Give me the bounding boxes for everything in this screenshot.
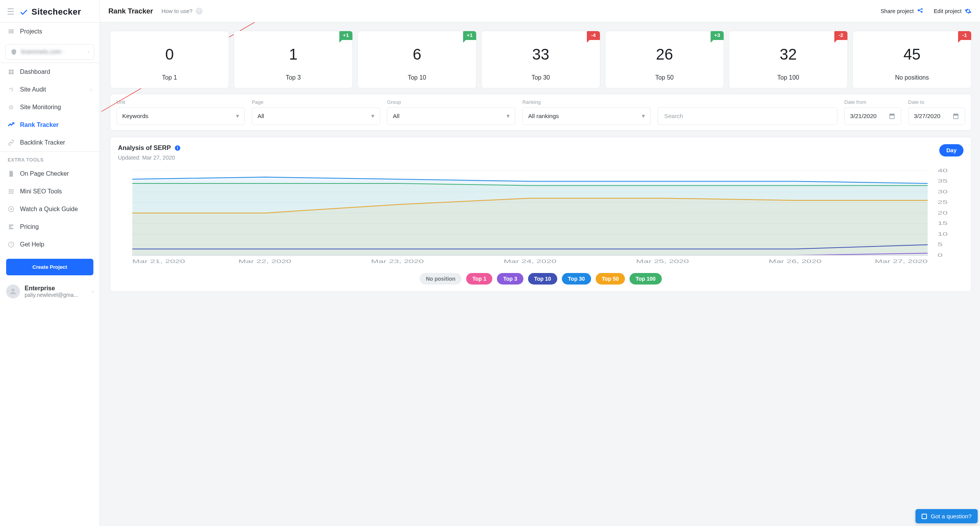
user-plan: Enterprise xyxy=(25,285,78,292)
topbar: Rank Tracker How to use? ? Share project… xyxy=(100,0,980,22)
kpi-card[interactable]: 0Top 1 xyxy=(110,31,229,88)
kpi-value: 33 xyxy=(485,46,596,63)
legend-chip[interactable]: Top 3 xyxy=(497,273,523,285)
sidebar-item-label: Rank Tracker xyxy=(20,122,59,128)
legend-chip[interactable]: Top 50 xyxy=(596,273,625,285)
kpi-delta-badge: +1 xyxy=(339,31,352,40)
filter-ranking-value: All rankings xyxy=(528,113,559,120)
kpi-card[interactable]: -433Top 30 xyxy=(481,31,600,88)
price-icon xyxy=(8,223,15,230)
kpi-delta-badge: +3 xyxy=(711,31,724,40)
legend-chip[interactable]: Top 1 xyxy=(466,273,492,285)
search-input[interactable] xyxy=(663,112,832,120)
filter-unit-select[interactable]: Keywords ▾ xyxy=(116,107,245,125)
svg-text:Mar 26, 2020: Mar 26, 2020 xyxy=(769,259,821,264)
gear-icon xyxy=(965,8,972,15)
date-to-value: 3/27/2020 xyxy=(914,113,940,120)
filter-group-label: Group xyxy=(387,99,515,105)
share-label: Share project xyxy=(880,8,914,14)
play-icon xyxy=(8,206,15,213)
chart-title-row: Analysis of SERP i xyxy=(118,144,180,151)
rank-icon xyxy=(8,122,15,128)
kpi-value: 1 xyxy=(238,46,349,63)
chat-widget[interactable]: Got a question? xyxy=(915,509,978,523)
sidebar-section-label: EXTRA TOOLS xyxy=(0,152,100,165)
kpi-value: 26 xyxy=(609,46,720,63)
chart-updated: Updated: Mar 27, 2020 xyxy=(118,155,180,161)
edit-project-button[interactable]: Edit project xyxy=(933,8,972,15)
legend-chip[interactable]: Top 30 xyxy=(562,273,591,285)
chevron-down-icon: ▾ xyxy=(507,113,510,120)
kpi-card[interactable]: +326Top 50 xyxy=(605,31,724,88)
sidebar-item-pricing[interactable]: Pricing xyxy=(0,218,100,236)
svg-text:Mar 24, 2020: Mar 24, 2020 xyxy=(503,259,556,264)
date-from-picker[interactable]: 3/21/2020 xyxy=(844,107,901,125)
chevron-left-icon: ‹ xyxy=(88,49,89,55)
sidebar-item-site-monitoring[interactable]: Site Monitoring xyxy=(0,98,100,116)
kpi-label: No positions xyxy=(857,74,967,81)
svg-text:5: 5 xyxy=(938,242,943,247)
create-project-button[interactable]: Create Project xyxy=(6,259,93,275)
chart-plot: 0510152025303540Mar 21, 2020Mar 22, 2020… xyxy=(118,167,963,267)
monitoring-icon xyxy=(8,104,15,111)
brand[interactable]: Sitechecker xyxy=(19,7,81,17)
svg-text:25: 25 xyxy=(938,200,948,205)
kpi-cards-row: 0Top 1+11Top 3+16Top 10-433Top 30+326Top… xyxy=(110,31,972,88)
kpi-label: Top 1 xyxy=(114,74,225,81)
sidebar-item-rank-tracker[interactable]: Rank Tracker xyxy=(0,116,100,134)
search-input-wrap[interactable] xyxy=(658,107,837,125)
legend-chip[interactable]: Top 10 xyxy=(528,273,557,285)
help-icon: ? xyxy=(8,241,15,248)
legend-chip[interactable]: No position xyxy=(420,273,462,285)
filter-ranking-select[interactable]: All rankings ▾ xyxy=(522,107,651,125)
kpi-value: 45 xyxy=(857,46,967,63)
svg-text:15: 15 xyxy=(938,221,948,226)
sidebar-item-projects[interactable]: Projects xyxy=(0,23,100,40)
chat-icon xyxy=(922,514,927,519)
filter-unit-label: Unit xyxy=(116,99,245,105)
chevron-down-icon: ▾ xyxy=(236,113,239,120)
svg-text:30: 30 xyxy=(938,189,948,195)
audit-icon xyxy=(8,86,15,93)
time-range-pill[interactable]: Day xyxy=(939,144,963,156)
kpi-card[interactable]: -232Top 100 xyxy=(729,31,848,88)
backlink-icon xyxy=(8,139,15,146)
svg-text:Mar 22, 2020: Mar 22, 2020 xyxy=(239,259,291,264)
user-account-row[interactable]: Enterprise paliy.newlevel@gma... ‹ xyxy=(0,281,100,305)
sidebar-item-site-audit[interactable]: Site Audit‹ xyxy=(0,81,100,98)
svg-text:20: 20 xyxy=(938,210,948,216)
projects-icon xyxy=(8,28,15,35)
project-selector[interactable]: brammels.com · ‹ xyxy=(5,44,94,60)
kpi-card[interactable]: +16Top 10 xyxy=(357,31,477,88)
kpi-card[interactable]: -145No positions xyxy=(852,31,972,88)
menu-icon[interactable]: ☰ xyxy=(7,8,15,16)
svg-text:Mar 27, 2020: Mar 27, 2020 xyxy=(875,259,928,264)
share-project-button[interactable]: Share project xyxy=(880,8,924,15)
avatar-icon xyxy=(6,285,20,298)
how-to-use-link[interactable]: How to use? ? xyxy=(161,8,203,15)
svg-point-1 xyxy=(11,107,12,108)
sidebar-item-backlink-tracker[interactable]: Backlink Tracker xyxy=(0,134,100,151)
sidebar-item-get-help[interactable]: ?Get Help xyxy=(0,236,100,253)
filter-date-from-label: Date from xyxy=(844,99,901,105)
svg-text:Mar 23, 2020: Mar 23, 2020 xyxy=(371,259,424,264)
filter-page-select[interactable]: All ▾ xyxy=(252,107,380,125)
info-icon[interactable]: i xyxy=(175,145,180,151)
kpi-delta-badge: -2 xyxy=(834,31,847,40)
kpi-card[interactable]: +11Top 3 xyxy=(234,31,353,88)
chevron-down-icon: ▾ xyxy=(371,113,374,120)
kpi-value: 32 xyxy=(733,46,844,63)
how-to-use-label: How to use? xyxy=(161,8,193,14)
sidebar-item-on-page-checker[interactable]: On Page Checker xyxy=(0,165,100,183)
legend-chip[interactable]: Top 100 xyxy=(630,273,662,285)
project-site-icon xyxy=(10,48,17,55)
sidebar-item-dashboard[interactable]: Dashboard xyxy=(0,63,100,81)
sidebar-item-watch-a-quick-guide[interactable]: Watch a Quick Guide xyxy=(0,200,100,218)
svg-text:10: 10 xyxy=(938,231,948,237)
filter-group-select[interactable]: All ▾ xyxy=(387,107,515,125)
kpi-label: Top 10 xyxy=(362,74,472,81)
sidebar-item-label: Backlink Tracker xyxy=(20,139,65,146)
serp-chart-card: Analysis of SERP i Updated: Mar 27, 2020… xyxy=(110,137,972,292)
sidebar-item-mini-seo-tools[interactable]: Mini SEO Tools xyxy=(0,183,100,200)
date-to-picker[interactable]: 3/27/2020 xyxy=(908,107,965,125)
